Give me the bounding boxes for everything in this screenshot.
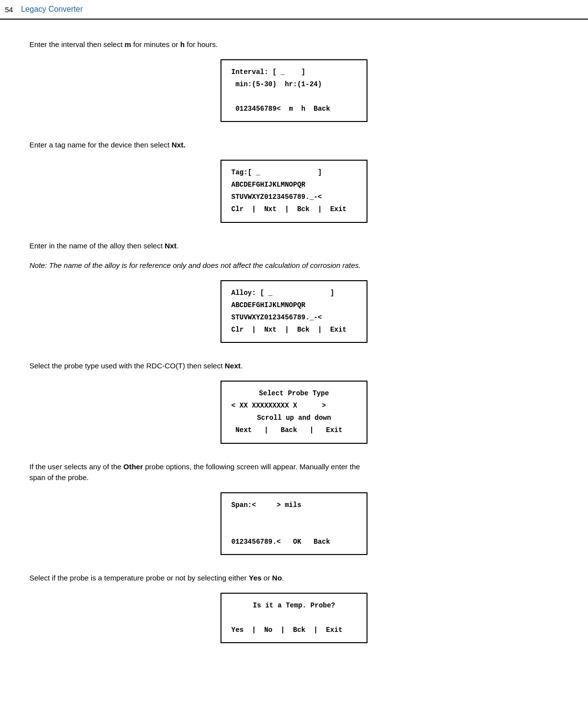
instruction-temp-probe: Select if the probe is a temperature pro…: [29, 573, 559, 584]
screen-span-line4: 0123456789.< OK Back: [231, 536, 357, 548]
instruction-alloy: Enter in the name of the alloy then sele…: [29, 241, 559, 252]
screen-span-line2: [231, 511, 357, 524]
screen-alloy-line1: Alloy: [ _ ]: [231, 287, 357, 299]
instruction-temp-probe-bold2: No: [272, 574, 282, 582]
screen-span-line3: [231, 524, 357, 536]
screen-probe-type-line3: Scroll up and down: [231, 412, 357, 424]
instruction-interval-bold2: h: [180, 40, 185, 48]
instruction-span-text1: If the user selects any of the: [29, 462, 123, 471]
screen-tag-line4: Clr | Nxt | Bck | Exit: [231, 203, 357, 216]
screen-interval: Interval: [ _ ] min:(5-30) hr:(1-24) 012…: [220, 59, 368, 122]
screen-wrapper-probe-type: Select Probe Type < XX XXXXXXXXX X > Scr…: [29, 381, 559, 444]
instruction-tag-text1: Enter a tag name for the device then sel…: [29, 141, 172, 149]
section-probe-type: Select the probe type used with the RDC-…: [29, 361, 559, 443]
instruction-interval: Enter the interval then select m for min…: [29, 39, 559, 50]
section-interval: Enter the interval then select m for min…: [29, 39, 559, 122]
screen-wrapper-temp-probe: Is it a Temp. Probe? Yes | No | Bck | Ex…: [29, 593, 559, 644]
instruction-span-text2: probe options, the following screen will…: [143, 462, 360, 471]
screen-alloy: Alloy: [ _ ] ABCDEFGHIJKLMNOPQR STUVWXYZ…: [220, 280, 368, 343]
instruction-alloy-note-text: Note: The name of the alloy is for refer…: [29, 261, 361, 269]
section-temp-probe: Select if the probe is a temperature pro…: [29, 573, 559, 643]
instruction-temp-probe-text3: .: [282, 574, 284, 582]
instruction-interval-text2: for minutes or: [131, 40, 180, 48]
page-number: 54: [5, 5, 13, 14]
screen-probe-type: Select Probe Type < XX XXXXXXXXX X > Scr…: [220, 381, 368, 444]
screen-span: Span:< > mils 0123456789.< OK Back: [220, 492, 368, 555]
instruction-alloy-bold: Nxt: [165, 241, 176, 250]
screen-tag-line1: Tag:[ _ ]: [231, 167, 357, 179]
instruction-span: If the user selects any of the Other pro…: [29, 461, 559, 483]
screen-tag: Tag:[ _ ] ABCDEFGHIJKLMNOPQR STUVWXYZ012…: [220, 160, 368, 223]
screen-span-line1: Span:< > mils: [231, 499, 357, 511]
instruction-alloy-text2: .: [176, 241, 178, 250]
instruction-temp-probe-bold1: Yes: [249, 574, 262, 582]
main-content: Enter the interval then select m for min…: [0, 20, 588, 680]
screen-tag-line2: ABCDEFGHIJKLMNOPQR: [231, 179, 357, 191]
screen-interval-line4: 0123456789< m h Back: [231, 103, 357, 115]
screen-alloy-line4: Clr | Nxt | Bck | Exit: [231, 324, 357, 336]
screen-tag-line3: STUVWXYZ0123456789._-<: [231, 191, 357, 203]
instruction-interval-text3: for hours.: [185, 40, 218, 48]
screen-probe-type-line4: Next | Back | Exit: [231, 424, 357, 436]
screen-temp-probe-line2: [231, 612, 357, 624]
instruction-span-bold: Other: [123, 462, 143, 471]
instruction-tag-bold: Nxt.: [172, 141, 185, 149]
instruction-alloy-text1: Enter in the name of the alloy then sele…: [29, 241, 165, 250]
instruction-interval-text1: Enter the interval then select: [29, 40, 124, 48]
app-title: Legacy Converter: [21, 5, 83, 14]
section-span: If the user selects any of the Other pro…: [29, 461, 559, 555]
screen-temp-probe: Is it a Temp. Probe? Yes | No | Bck | Ex…: [220, 593, 368, 644]
screen-interval-line3: [231, 91, 357, 103]
screen-alloy-line3: STUVWXYZ0123456789._-<: [231, 312, 357, 324]
screen-wrapper-span: Span:< > mils 0123456789.< OK Back: [29, 492, 559, 555]
screen-probe-type-line2: < XX XXXXXXXXX X >: [231, 400, 357, 412]
instruction-temp-probe-text1: Select if the probe is a temperature pro…: [29, 574, 249, 582]
screen-temp-probe-line1: Is it a Temp. Probe?: [231, 600, 357, 612]
instruction-probe-type-text1: Select the probe type used with the RDC-…: [29, 362, 225, 370]
instruction-probe-type-bold: Next: [225, 362, 241, 370]
instruction-probe-type: Select the probe type used with the RDC-…: [29, 361, 559, 372]
instruction-interval-bold1: m: [124, 40, 131, 48]
instruction-probe-type-text2: .: [241, 362, 243, 370]
screen-alloy-line2: ABCDEFGHIJKLMNOPQR: [231, 299, 357, 312]
screen-temp-probe-line3: Yes | No | Bck | Exit: [231, 624, 357, 636]
instruction-tag: Enter a tag name for the device then sel…: [29, 140, 559, 151]
section-alloy: Enter in the name of the alloy then sele…: [29, 241, 559, 343]
instruction-temp-probe-text2: or: [262, 574, 272, 582]
screen-interval-line2: min:(5-30) hr:(1-24): [231, 78, 357, 91]
instruction-alloy-note: Note: The name of the alloy is for refer…: [29, 260, 559, 271]
screen-wrapper-tag: Tag:[ _ ] ABCDEFGHIJKLMNOPQR STUVWXYZ012…: [29, 160, 559, 223]
screen-interval-line1: Interval: [ _ ]: [231, 66, 357, 78]
screen-wrapper-alloy: Alloy: [ _ ] ABCDEFGHIJKLMNOPQR STUVWXYZ…: [29, 280, 559, 343]
section-tag: Enter a tag name for the device then sel…: [29, 140, 559, 222]
screen-wrapper-interval: Interval: [ _ ] min:(5-30) hr:(1-24) 012…: [29, 59, 559, 122]
screen-probe-type-line1: Select Probe Type: [231, 387, 357, 400]
page-header: 54 Legacy Converter: [0, 0, 588, 20]
instruction-span-text3: span of the probe.: [29, 473, 89, 482]
